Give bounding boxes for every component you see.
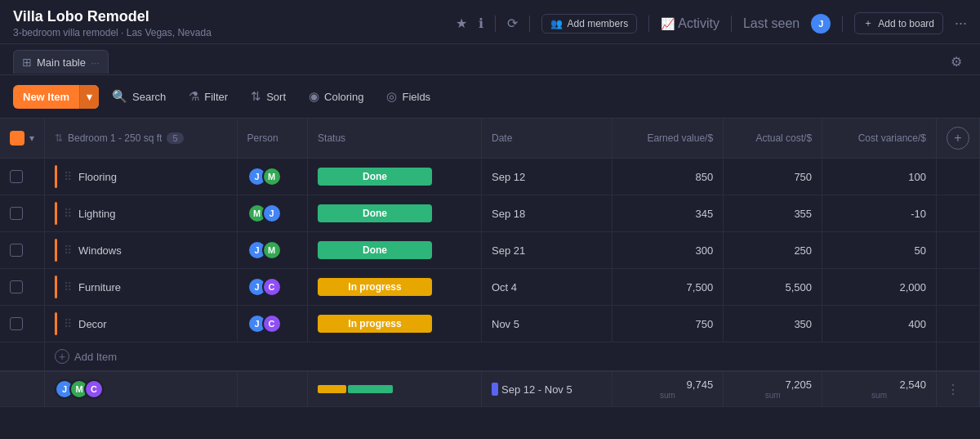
fields-button[interactable]: ◎ Fields [376, 83, 440, 110]
more-options-button[interactable]: ··· [955, 15, 967, 32]
add-members-button[interactable]: 👥 Add members [541, 14, 638, 34]
person-avatars: MJ [247, 204, 297, 223]
add-to-board-button[interactable]: ＋ Add to board [854, 12, 943, 34]
row-status-cell: In progress [308, 269, 482, 306]
new-item-button[interactable]: New Item ▾ [13, 85, 99, 109]
row-extra-cell [937, 195, 980, 232]
summary-variance-cell: 2,540 sum [822, 371, 937, 407]
tab-bar: ⊞ Main table ··· ⚙ [0, 44, 980, 75]
new-item-label[interactable]: New Item [13, 85, 79, 109]
search-button[interactable]: 🔍 Search [102, 83, 176, 110]
info-icon[interactable]: ℹ [479, 16, 483, 31]
col-header-actual: Actual cost/$ [724, 119, 822, 159]
person-avatars: JC [247, 277, 297, 297]
row-item-name: Decor [78, 318, 107, 330]
star-icon[interactable]: ★ [456, 16, 467, 31]
row-person-cell: MJ [237, 195, 307, 232]
row-status-cell: Done [308, 159, 482, 195]
status-badge: In progress [318, 315, 432, 333]
add-item-row[interactable]: + Add Item [0, 343, 980, 372]
drag-handle-icon[interactable]: ⠿ [64, 207, 72, 220]
drag-handle-icon[interactable]: ⠿ [64, 280, 72, 293]
divider-1 [495, 16, 496, 32]
row-indicator [55, 202, 57, 225]
summary-earned-cell: 9,745 sum [612, 371, 723, 407]
row-checkbox[interactable] [10, 207, 23, 220]
date-range-text: Sep 12 - Nov 5 [501, 383, 572, 396]
row-indicator [55, 165, 57, 188]
date-range: Sep 12 - Nov 5 [492, 383, 602, 396]
settings-button[interactable]: ⚙ [946, 49, 967, 74]
row-variance-cell: 100 [822, 159, 937, 195]
col-count-badge: 5 [167, 132, 183, 144]
filter-button[interactable]: ⚗ Filter [179, 83, 238, 110]
summary-date-cell: Sep 12 - Nov 5 [482, 371, 612, 407]
earned-sum-label: sum [622, 391, 713, 400]
sort-icon: ⇅ [251, 89, 261, 104]
row-extra-cell [937, 159, 980, 195]
col-header-status: Status [308, 119, 482, 159]
add-item-extra [937, 343, 980, 372]
status-badge: In progress [318, 278, 432, 296]
add-item-button[interactable]: + Add Item [55, 349, 926, 364]
row-extra-cell [937, 232, 980, 269]
row-variance-cell: -10 [822, 195, 937, 232]
row-item-name: Furniture [78, 281, 121, 293]
header-actions: ★ ℹ ⟳ 👥 Add members 📈 Activity Last seen… [456, 12, 968, 34]
select-all-checkbox[interactable] [10, 131, 24, 146]
summary-checkbox-cell [0, 371, 45, 407]
add-item-cell[interactable]: + Add Item [45, 343, 937, 372]
row-name-cell: ⠿ Decor [45, 306, 238, 343]
row-checkbox[interactable] [10, 280, 23, 293]
summary-row: JMC Sep 12 - Nov 5 9,745 sum 7,205 sum 2… [0, 371, 980, 407]
plus-icon: ＋ [863, 16, 873, 30]
summary-person-cell [237, 371, 307, 407]
add-col-button[interactable]: + [937, 119, 980, 159]
col-header-name: ⇅ Bedroom 1 - 250 sq ft 5 [45, 119, 238, 159]
bar-yellow [318, 385, 346, 393]
tab-main-table[interactable]: ⊞ Main table ··· [13, 50, 109, 74]
avatar: J [262, 204, 282, 223]
table-row: ⠿ Flooring JM Done Sep 12 850 750 100 [0, 159, 980, 195]
history-icon[interactable]: ⟳ [507, 16, 518, 31]
row-actual-cell: 5,500 [724, 269, 822, 306]
summary-avatars: JMC [55, 379, 227, 399]
drag-handle-icon[interactable]: ⠿ [64, 244, 72, 257]
filter-icon: ⚗ [189, 89, 199, 104]
activity-button[interactable]: 📈 Activity [661, 16, 719, 31]
drag-handle-icon[interactable]: ⠿ [64, 170, 72, 183]
col-header-person: Person [237, 119, 307, 159]
status-badge: Done [318, 204, 432, 222]
table-row: ⠿ Decor JC In progress Nov 5 750 350 400 [0, 306, 980, 343]
row-person-cell: JM [237, 159, 307, 195]
drag-handle-icon[interactable]: ⠿ [64, 317, 72, 330]
row-variance-cell: 2,000 [822, 269, 937, 306]
row-checkbox[interactable] [10, 244, 23, 257]
project-info: Villa Lobo Remodel 3-bedroom villa remod… [13, 8, 212, 38]
row-actual-cell: 750 [724, 159, 822, 195]
summary-status-cell [308, 371, 482, 407]
fields-icon: ◎ [386, 89, 397, 104]
status-badge: Done [318, 168, 432, 186]
table-row: ⠿ Windows JM Done Sep 21 300 250 50 [0, 232, 980, 269]
row-checkbox[interactable] [10, 317, 23, 330]
person-avatars: JM [247, 240, 297, 260]
coloring-icon: ◉ [309, 89, 319, 104]
row-checkbox-cell [0, 269, 45, 306]
row-earned-cell: 850 [612, 159, 723, 195]
row-indicator [55, 312, 57, 335]
group-collapse-icon[interactable]: ▾ [29, 132, 34, 144]
col-header-variance: Cost variance/$ [822, 119, 937, 159]
new-item-dropdown-arrow[interactable]: ▾ [79, 85, 99, 109]
sort-button[interactable]: ⇅ Sort [241, 83, 296, 110]
coloring-button[interactable]: ◉ Coloring [299, 83, 373, 110]
main-table: ▾ ⇅ Bedroom 1 - 250 sq ft 5 Person Statu… [0, 119, 980, 407]
row-person-cell: JC [237, 269, 307, 306]
summary-more-icon[interactable]: ⋮ [947, 383, 960, 396]
date-box-icon [492, 383, 498, 396]
actual-sum-label: sum [733, 391, 812, 400]
tab-more-icon[interactable]: ··· [91, 56, 100, 69]
row-person-cell: JC [237, 306, 307, 343]
toolbar: New Item ▾ 🔍 Search ⚗ Filter ⇅ Sort ◉ Co… [0, 75, 980, 119]
row-checkbox[interactable] [10, 170, 23, 183]
